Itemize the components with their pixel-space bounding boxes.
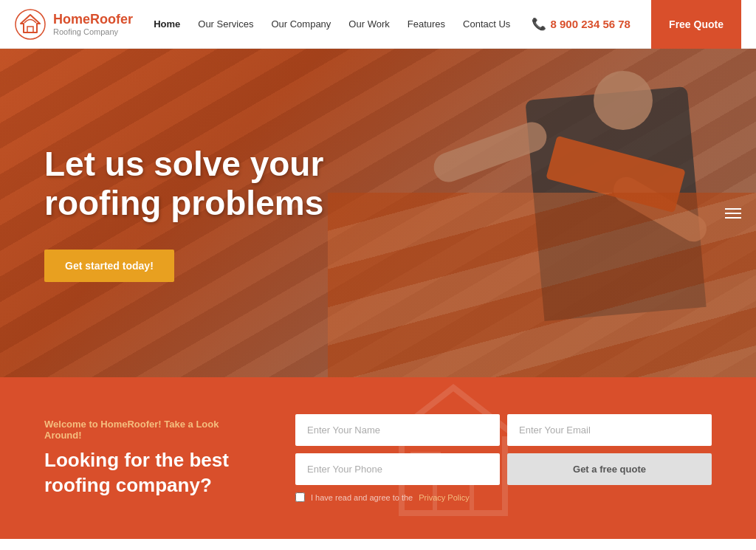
phone-number: 8 900 234 56 78 <box>551 18 630 30</box>
nav-features[interactable]: Features <box>408 18 445 30</box>
hamburger-line-3 <box>725 217 741 219</box>
nav-contact[interactable]: Contact Us <box>463 18 510 30</box>
hamburger-line-2 <box>725 213 741 214</box>
contact-form: Get a free quote I have read and agree t… <box>295 414 712 502</box>
nav-home[interactable]: Home <box>154 18 180 30</box>
header: HomeRoofer Roofing Company Home Our Serv… <box>0 0 756 49</box>
logo-name: HomeRoofer <box>53 12 133 28</box>
hero-content: Let us solve your roofing problems Get s… <box>44 145 399 282</box>
get-quote-button[interactable]: Get a free quote <box>507 453 712 485</box>
nav-work[interactable]: Our Work <box>348 18 389 30</box>
section-left-content: Welcome to HomeRoofer! Take a Look Aroun… <box>44 419 251 498</box>
logo-text: HomeRoofer Roofing Company <box>53 12 133 37</box>
main-nav: Home Our Services Our Company Our Work F… <box>154 18 510 30</box>
welcome-text: Welcome to HomeRoofer! Take a Look Aroun… <box>44 419 251 441</box>
hamburger-line-1 <box>725 208 741 210</box>
trust-section: Trust the Experts for All Your Roofing N… <box>0 539 756 550</box>
phone-area: 📞 8 900 234 56 78 <box>532 17 630 31</box>
hero-title: Let us solve your roofing problems <box>44 145 399 223</box>
privacy-link[interactable]: Privacy Policy <box>419 493 469 502</box>
logo[interactable]: HomeRoofer Roofing Company <box>15 9 133 40</box>
phone-icon: 📞 <box>532 17 546 31</box>
nav-services[interactable]: Our Services <box>198 18 253 30</box>
nav-company[interactable]: Our Company <box>271 18 331 30</box>
privacy-text: I have read and agree to the <box>311 493 413 502</box>
hamburger-menu[interactable] <box>725 208 741 219</box>
phone-input[interactable] <box>295 453 500 485</box>
free-quote-button[interactable]: Free Quote <box>651 0 741 49</box>
email-input[interactable] <box>507 414 712 446</box>
orange-section: Welcome to HomeRoofer! Take a Look Aroun… <box>0 377 756 539</box>
hero-cta-button[interactable]: Get started today! <box>44 250 174 282</box>
privacy-row: I have read and agree to the Privacy Pol… <box>295 492 712 502</box>
logo-icon <box>15 9 46 40</box>
hero-section: Let us solve your roofing problems Get s… <box>0 49 756 377</box>
name-input[interactable] <box>295 414 500 446</box>
logo-subtitle: Roofing Company <box>53 27 133 36</box>
privacy-checkbox[interactable] <box>295 492 305 502</box>
section-heading: Looking for the best roofing company? <box>44 448 251 498</box>
